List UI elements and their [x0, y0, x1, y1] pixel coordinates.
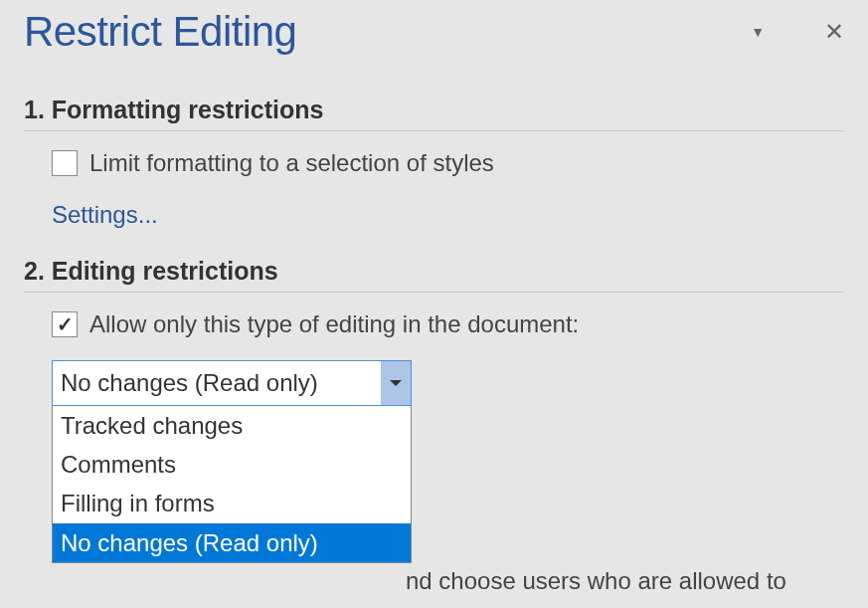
panel-options-icon[interactable]: ▼	[751, 24, 765, 40]
chevron-down-icon[interactable]	[381, 361, 411, 405]
dropdown-item-tracked-changes[interactable]: Tracked changes	[53, 406, 411, 445]
dropdown-item-comments[interactable]: Comments	[53, 445, 411, 484]
editing-type-dropdown: Tracked changes Comments Filling in form…	[52, 406, 412, 563]
allow-editing-checkbox[interactable]	[52, 311, 78, 337]
formatting-restrictions-section: 1. Formatting restrictions Limit formatt…	[24, 96, 844, 229]
editing-type-select-wrapper: No changes (Read only) Tracked changes C…	[52, 360, 412, 406]
limit-formatting-row: Limit formatting to a selection of style…	[52, 149, 844, 177]
header-controls: ▼ ✕	[751, 20, 844, 44]
editing-type-select[interactable]: No changes (Read only)	[52, 360, 412, 406]
restrict-editing-panel: Restrict Editing ▼ ✕ 1. Formatting restr…	[0, 0, 868, 406]
settings-link[interactable]: Settings...	[52, 201, 158, 229]
limit-formatting-label: Limit formatting to a selection of style…	[89, 149, 494, 177]
close-icon[interactable]: ✕	[824, 20, 844, 44]
select-value: No changes (Read only)	[53, 369, 381, 397]
allow-editing-label: Allow only this type of editing in the d…	[89, 310, 579, 338]
section-heading-formatting: 1. Formatting restrictions	[24, 96, 844, 131]
limit-formatting-checkbox[interactable]	[52, 150, 78, 176]
section-heading-editing: 2. Editing restrictions	[24, 257, 844, 293]
dropdown-item-no-changes[interactable]: No changes (Read only)	[53, 523, 411, 562]
dropdown-item-filling-forms[interactable]: Filling in forms	[53, 484, 411, 522]
exceptions-help-text: nd choose users who are allowed to	[406, 567, 786, 595]
panel-header: Restrict Editing ▼ ✕	[24, 0, 844, 68]
editing-restrictions-section: 2. Editing restrictions Allow only this …	[24, 257, 844, 406]
panel-title: Restrict Editing	[24, 8, 296, 56]
allow-editing-row: Allow only this type of editing in the d…	[52, 310, 844, 338]
